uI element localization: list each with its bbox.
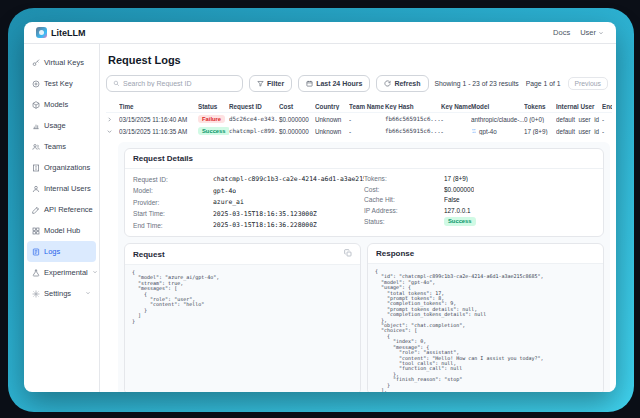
chevron-down-icon (92, 268, 98, 277)
cell-key-hash: fb66c565915c6... (385, 116, 441, 122)
field-label: IP Address: (364, 207, 444, 214)
col-internal-user: Internal User (556, 103, 602, 110)
gear-icon (32, 290, 40, 298)
sidebar-item-model-hub[interactable]: Model Hub (27, 220, 96, 241)
chevron-down-icon (85, 289, 91, 298)
docs-link[interactable]: Docs (553, 28, 570, 37)
cell-internal-user: default_user_id (556, 128, 602, 135)
cell-team-name: - (349, 128, 385, 135)
col-key-hash: Key Hash (385, 103, 441, 110)
search-request-id-box[interactable] (106, 75, 243, 92)
collapse-row-button[interactable] (106, 128, 119, 135)
sidebar-item-models[interactable]: Models (27, 94, 96, 115)
request-panel: Request { "model": "azure_ai/gpt-4o", "s… (124, 243, 361, 392)
sidebar-item-label: Test Key (44, 79, 73, 88)
sidebar-item-virtual-keys[interactable]: Virtual Keys (27, 52, 96, 73)
field-value-start-time: 2025-03-15T18:16:35.123000Z (213, 210, 317, 218)
usage-chart-icon (32, 122, 40, 130)
logs-icon (32, 248, 40, 256)
col-team-name: Team Name (349, 103, 385, 110)
sidebar-item-label: Internal Users (44, 184, 91, 193)
col-model: Model (471, 103, 524, 110)
field-value-provider: azure_ai (213, 198, 244, 206)
teams-icon (32, 143, 40, 151)
table-row[interactable]: 03/15/2025 11:16:40 AM Failure d5c26ce4-… (106, 113, 612, 125)
sidebar-item-label: Experimental (44, 268, 88, 277)
filter-button[interactable]: Filter (249, 75, 292, 92)
cell-cost: $0.000000 (279, 116, 315, 123)
key-icon (32, 59, 40, 67)
cell-key-hash: fb66c565915c6... (385, 128, 441, 134)
search-input[interactable] (123, 80, 236, 87)
provider-logo-icon (471, 128, 477, 134)
field-value-cache-hit: False (444, 196, 460, 203)
cell-model: gpt-4o (471, 128, 524, 135)
sidebar-nav: Virtual Keys Test Key Models Usage Teams (24, 44, 100, 392)
col-tokens: Tokens (524, 103, 556, 110)
desktop-background: LiteLLM Docs User Virtual Keys Test Ke (0, 0, 640, 418)
request-json: { "model": "azure_ai/gpt-4o", "stream": … (132, 270, 353, 324)
field-label: Cache Hit: (364, 196, 444, 203)
sidebar-item-organizations[interactable]: Organizations (27, 157, 96, 178)
litellm-app-window: LiteLLM Docs User Virtual Keys Test Ke (24, 22, 616, 392)
sidebar-item-teams[interactable]: Teams (27, 136, 96, 157)
refresh-button-label: Refresh (394, 80, 420, 87)
sidebar-item-label: Settings (44, 289, 71, 298)
app-header: LiteLLM Docs User (24, 22, 616, 44)
status-badge: Success (444, 217, 476, 226)
cell-time: 03/15/2025 11:16:35 AM (119, 128, 198, 135)
expanded-log-detail: Request Details Request ID:chatcmpl-c899… (118, 142, 610, 392)
status-badge: Failure (198, 115, 225, 124)
field-label: Start Time: (133, 210, 213, 217)
litellm-logo-icon (36, 27, 47, 38)
request-logs-table: Time Status Request ID Cost Country Team… (106, 100, 612, 137)
field-label: Cost: (364, 186, 444, 193)
previous-page-button[interactable]: Previous (568, 77, 608, 90)
field-value-ip-address: 127.0.0.1 (444, 207, 471, 214)
sidebar-item-label: Logs (44, 247, 60, 256)
field-label: Model: (133, 187, 213, 194)
response-json-block: { "id": "chatcmpl-c899c1b3-ca2e-4214-a6d… (368, 263, 603, 392)
sidebar-item-api-reference[interactable]: API Reference (27, 199, 96, 220)
field-label: End Time: (133, 222, 213, 229)
sidebar-item-logs[interactable]: Logs (27, 241, 96, 262)
copy-icon[interactable] (344, 249, 352, 259)
cell-end-user: - (602, 116, 612, 123)
request-json-block: { "model": "azure_ai/gpt-4o", "stream": … (125, 264, 360, 392)
sidebar-item-settings[interactable]: Settings (27, 283, 96, 304)
sidebar-item-internal-users[interactable]: Internal Users (27, 178, 96, 199)
sidebar-item-label: Model Hub (44, 226, 80, 235)
field-value-tokens: 17 (8+9) (444, 175, 468, 182)
sidebar-item-label: Usage (44, 121, 66, 130)
pen-icon (32, 206, 40, 214)
models-icon (32, 101, 40, 109)
cell-tokens: 17 (8+9) (524, 128, 556, 135)
cell-country: Unknown (315, 128, 349, 135)
expand-row-button[interactable] (106, 116, 119, 123)
sidebar-item-test-key[interactable]: Test Key (27, 73, 96, 94)
response-panel-title: Response (376, 249, 414, 258)
field-value-request-id: chatcmpl-c899c1b3-ca2e-4214-a6d1-a3ae215… (213, 175, 364, 183)
sidebar-item-label: Organizations (44, 163, 90, 172)
field-label: Tokens: (364, 175, 444, 182)
chevron-right-icon (106, 116, 113, 123)
sidebar-item-label: Virtual Keys (44, 58, 84, 67)
request-panel-title: Request (133, 250, 165, 259)
cell-model: anthropic/claude-... (471, 116, 524, 123)
field-value-cost: $0.000000 (444, 186, 474, 193)
response-panel: Response { "id": "chatcmpl-c899c1b3-ca2e… (367, 243, 604, 392)
request-details-card: Request Details Request ID:chatcmpl-c899… (124, 148, 604, 237)
table-row-expanded[interactable]: 03/15/2025 11:16:35 AM Success chatcmpl-… (106, 125, 612, 137)
user-menu[interactable]: User (580, 28, 604, 37)
test-key-icon (32, 80, 40, 88)
page-title: Request Logs (108, 54, 612, 66)
col-key-name: Key Name (441, 103, 471, 110)
sidebar-item-experimental[interactable]: Experimental (27, 262, 96, 283)
cell-time: 03/15/2025 11:16:40 AM (119, 116, 198, 123)
page-info: Page 1 of 1 (526, 80, 561, 87)
field-label: Status: (364, 218, 444, 225)
cell-key-name: - (441, 116, 471, 123)
time-range-button[interactable]: Last 24 Hours (298, 75, 370, 92)
sidebar-item-usage[interactable]: Usage (27, 115, 96, 136)
refresh-button[interactable]: Refresh (376, 75, 428, 92)
